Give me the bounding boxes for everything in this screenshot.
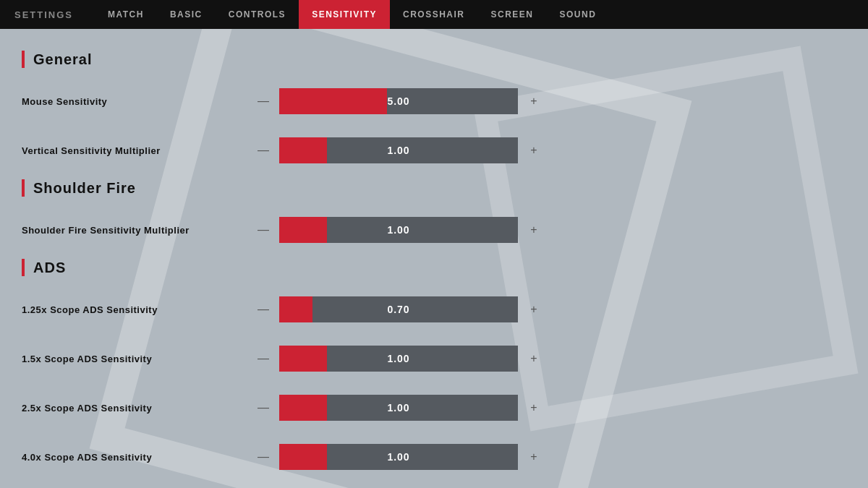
scope-15x-slider[interactable]: 1.00: [279, 346, 518, 372]
nav-crosshair[interactable]: CROSSHAIR: [390, 0, 478, 29]
setting-scope-40x: 4.0x Scope ADS Sensitivity — 1.00 +: [22, 437, 600, 477]
scope-125x-slider[interactable]: 0.70: [279, 296, 518, 322]
shoulder-fire-slider[interactable]: 1.00: [279, 217, 518, 243]
section-shoulder-fire-title: Shoulder Fire: [33, 180, 136, 197]
scope-125x-label: 1.25x Scope ADS Sensitivity: [22, 304, 253, 315]
section-ads-title: ADS: [33, 260, 66, 276]
section-bar-2: [22, 179, 25, 197]
scope-25x-label: 2.5x Scope ADS Sensitivity: [22, 403, 253, 414]
scope-15x-plus[interactable]: +: [524, 348, 544, 369]
topbar: SETTINGS MATCH BASIC CONTROLS SENSITIVIT…: [0, 0, 868, 29]
mouse-sensitivity-plus[interactable]: +: [524, 91, 544, 111]
scope-25x-plus[interactable]: +: [524, 398, 544, 418]
shoulder-fire-label: Shoulder Fire Sensitivity Multiplier: [22, 225, 253, 236]
section-ads-heading: ADS: [22, 259, 600, 276]
nav-sensitivity[interactable]: SENSITIVITY: [299, 0, 390, 29]
shoulder-fire-minus[interactable]: —: [253, 220, 273, 240]
scope-40x-plus[interactable]: +: [524, 447, 544, 467]
mouse-sensitivity-label: Mouse Sensitivity: [22, 96, 253, 107]
nav-match[interactable]: MATCH: [95, 0, 157, 29]
mouse-sensitivity-slider[interactable]: 5.00: [279, 88, 518, 114]
section-shoulder-fire-heading: Shoulder Fire: [22, 179, 600, 197]
scope-25x-slider[interactable]: 1.00: [279, 395, 518, 421]
vertical-sensitivity-value: 1.00: [279, 145, 518, 156]
vertical-sensitivity-slider[interactable]: 1.00: [279, 137, 518, 163]
nav-screen[interactable]: SCREEN: [478, 0, 547, 29]
nav-controls[interactable]: CONTROLS: [216, 0, 299, 29]
setting-scope-15x: 1.5x Scope ADS Sensitivity — 1.00 +: [22, 338, 600, 379]
section-general-heading: General: [22, 51, 600, 68]
setting-mouse-sensitivity: Mouse Sensitivity — 5.00 +: [22, 81, 600, 121]
section-general-title: General: [33, 51, 92, 68]
setting-scope-25x: 2.5x Scope ADS Sensitivity — 1.00 +: [22, 388, 600, 428]
scope-15x-minus[interactable]: —: [253, 348, 273, 369]
scope-40x-label: 4.0x Scope ADS Sensitivity: [22, 452, 253, 463]
main-content: General Mouse Sensitivity — 5.00 + Verti…: [22, 29, 600, 488]
scope-15x-label: 1.5x Scope ADS Sensitivity: [22, 354, 253, 364]
mouse-sensitivity-value: 5.00: [279, 95, 518, 107]
scope-40x-slider[interactable]: 1.00: [279, 444, 518, 470]
nav-basic[interactable]: BASIC: [157, 0, 216, 29]
shoulder-fire-value: 1.00: [279, 224, 518, 236]
mouse-sensitivity-minus[interactable]: —: [253, 91, 273, 111]
scope-125x-minus[interactable]: —: [253, 299, 273, 320]
scope-40x-minus[interactable]: —: [253, 447, 273, 467]
section-bar: [22, 51, 25, 68]
scope-125x-plus[interactable]: +: [524, 299, 544, 320]
setting-scope-125x: 1.25x Scope ADS Sensitivity — 0.70 +: [22, 289, 600, 330]
scope-40x-value: 1.00: [279, 451, 518, 463]
vertical-sensitivity-label: Vertical Sensitivity Multiplier: [22, 145, 253, 156]
shoulder-fire-plus[interactable]: +: [524, 220, 544, 240]
scope-125x-value: 0.70: [279, 304, 518, 315]
setting-shoulder-fire: Shoulder Fire Sensitivity Multiplier — 1…: [22, 210, 600, 250]
vertical-sensitivity-minus[interactable]: —: [253, 140, 273, 160]
app-title: SETTINGS: [14, 9, 73, 20]
scope-15x-value: 1.00: [279, 353, 518, 364]
scope-25x-minus[interactable]: —: [253, 398, 273, 418]
nav-sound[interactable]: SOUND: [547, 0, 610, 29]
vertical-sensitivity-plus[interactable]: +: [524, 140, 544, 160]
scope-25x-value: 1.00: [279, 402, 518, 414]
setting-vertical-sensitivity: Vertical Sensitivity Multiplier — 1.00 +: [22, 130, 600, 171]
section-bar-3: [22, 259, 25, 276]
